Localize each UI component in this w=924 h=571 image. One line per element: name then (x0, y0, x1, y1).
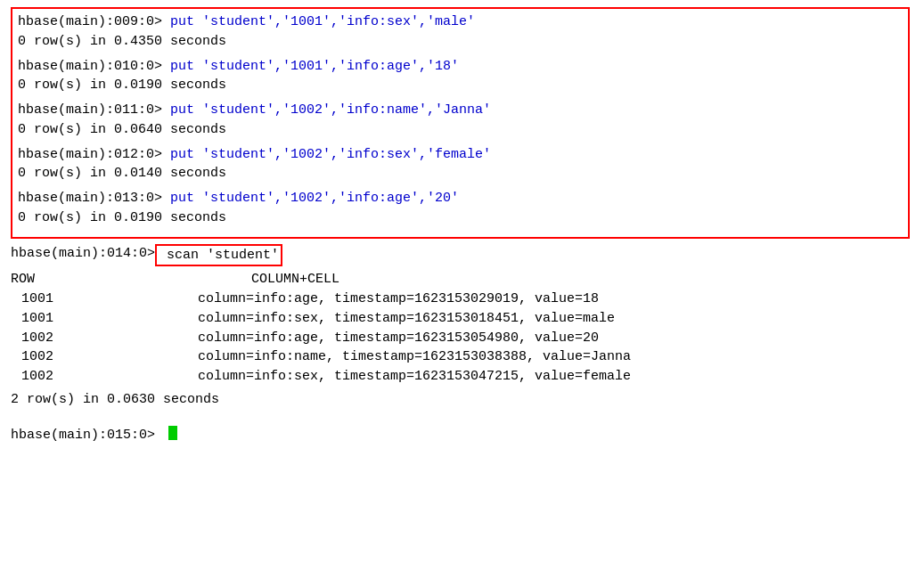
result-011: 0 row(s) in 0.0640 seconds (18, 120, 903, 140)
row-id: 1002 (11, 347, 64, 367)
terminal-cursor (168, 426, 177, 440)
cursor-space (159, 426, 167, 445)
result-009: 0 row(s) in 0.4350 seconds (18, 32, 903, 52)
row-id: 1001 (11, 309, 64, 329)
command-block-012: hbase(main):012:0> put 'student','1002',… (18, 145, 903, 184)
prompt-013: hbase(main):013:0> (18, 189, 162, 208)
table-row: 1001column=info:sex, timestamp=162315301… (11, 309, 913, 329)
row-detail: column=info:sex, timestamp=1623153047215… (64, 367, 631, 387)
table-row: 1002column=info:age, timestamp=162315305… (11, 329, 913, 348)
scan-table: ROW COLUMN+CELL 1001column=info:age, tim… (11, 270, 913, 409)
row-detail: column=info:name, timestamp=162315303838… (64, 347, 631, 367)
scan-command: scan 'student' (155, 244, 282, 267)
terminal: hbase(main):009:0> put 'student','1001',… (0, 0, 924, 571)
prompt-014: hbase(main):014:0> (11, 244, 155, 264)
prompt-009: hbase(main):009:0> (18, 12, 162, 32)
row-detail: column=info:age, timestamp=1623153054980… (64, 329, 599, 348)
command-013: put 'student','1002','info:age','20' (162, 189, 459, 208)
final-prompt-line: hbase(main):015:0> (11, 426, 913, 445)
command-block-013: hbase(main):013:0> put 'student','1002',… (18, 189, 903, 228)
row-id: 1001 (11, 290, 64, 309)
prompt-010: hbase(main):010:0> (18, 57, 162, 77)
command-block-009: hbase(main):009:0> put 'student','1001',… (18, 12, 903, 52)
scan-result-line: 2 row(s) in 0.0630 seconds (11, 390, 913, 410)
command-009: put 'student','1001','info:sex','male' (162, 12, 475, 32)
result-013: 0 row(s) in 0.0190 seconds (18, 208, 903, 228)
command-block-011: hbase(main):011:0> put 'student','1002',… (18, 101, 903, 140)
table-row: 1002column=info:name, timestamp=16231530… (11, 347, 913, 367)
command-012: put 'student','1002','info:sex','female' (162, 145, 491, 165)
command-block-010: hbase(main):010:0> put 'student','1001',… (18, 57, 903, 96)
command-010: put 'student','1001','info:age','18' (162, 57, 459, 77)
scan-result: 2 row(s) in 0.0630 seconds (11, 390, 219, 410)
table-row: 1001column=info:age, timestamp=162315302… (11, 290, 913, 309)
table-header: ROW COLUMN+CELL (11, 270, 913, 290)
result-010: 0 row(s) in 0.0190 seconds (18, 76, 903, 95)
command-011: put 'student','1002','info:name','Janna' (162, 101, 491, 120)
prompt-011: hbase(main):011:0> (18, 101, 162, 120)
row-detail: column=info:age, timestamp=1623153029019… (64, 290, 599, 309)
command-block-014: hbase(main):014:0> scan 'student' (11, 244, 913, 267)
table-row: 1002column=info:sex, timestamp=162315304… (11, 367, 913, 387)
row-detail: column=info:sex, timestamp=1623153018451… (64, 309, 615, 329)
row-id: 1002 (11, 329, 64, 348)
result-012: 0 row(s) in 0.0140 seconds (18, 164, 903, 184)
final-prompt: hbase(main):015:0> (11, 426, 155, 445)
prompt-012: hbase(main):012:0> (18, 145, 162, 165)
row-id: 1002 (11, 367, 64, 387)
